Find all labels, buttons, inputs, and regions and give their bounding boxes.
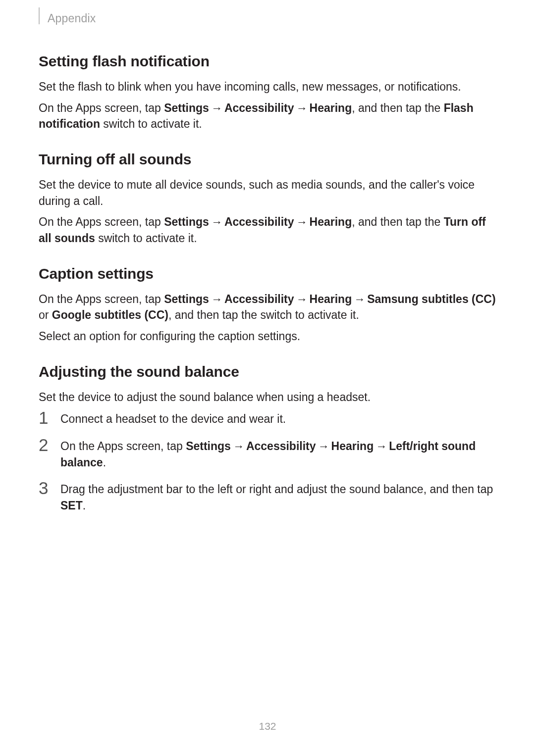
body-text: On the Apps screen, tap Settings→Accessi… bbox=[39, 291, 496, 323]
body-text: Set the flash to blink when you have inc… bbox=[39, 79, 496, 95]
bold-text: Hearing bbox=[331, 440, 374, 453]
step-number: 1 bbox=[39, 409, 60, 426]
arrow-icon: → bbox=[233, 438, 244, 454]
arrow-icon: → bbox=[354, 291, 365, 307]
bold-text: SET bbox=[60, 499, 83, 512]
step-number: 2 bbox=[39, 436, 60, 454]
body-text: Set the device to adjust the sound balan… bbox=[39, 389, 496, 405]
text-run: On the Apps screen, tap bbox=[39, 101, 164, 114]
bold-text: Settings bbox=[164, 215, 209, 228]
breadcrumb: Appendix bbox=[48, 12, 96, 25]
text-run: On the Apps screen, tap bbox=[60, 440, 186, 453]
section-caption-settings: Caption settings On the Apps screen, tap… bbox=[39, 265, 496, 345]
text-run: . bbox=[83, 499, 86, 512]
text-run: , and then tap the bbox=[352, 215, 443, 228]
section-flash-notification: Setting flash notification Set the flash… bbox=[39, 53, 496, 132]
bold-text: Accessibility bbox=[246, 440, 316, 453]
step-text: Drag the adjustment bar to the left or r… bbox=[60, 480, 496, 513]
arrow-icon: → bbox=[318, 438, 329, 454]
bold-text: Hearing bbox=[310, 293, 352, 305]
bold-text: Settings bbox=[186, 440, 231, 453]
text-run: On the Apps screen, tap bbox=[39, 293, 164, 305]
section-turning-off-sounds: Turning off all sounds Set the device to… bbox=[39, 151, 496, 247]
body-text: On the Apps screen, tap Settings→Accessi… bbox=[39, 214, 496, 246]
arrow-icon: → bbox=[375, 438, 387, 454]
body-text: Select an option for configuring the cap… bbox=[39, 328, 496, 345]
arrow-icon: → bbox=[211, 214, 222, 230]
arrow-icon: → bbox=[296, 100, 308, 116]
header-tick-icon bbox=[39, 7, 40, 24]
text-run: Drag the adjustment bar to the left or r… bbox=[60, 483, 493, 496]
numbered-steps: 1 Connect a headset to the device and we… bbox=[39, 410, 496, 513]
bold-text: Google subtitles (CC) bbox=[52, 308, 168, 321]
section-heading: Turning off all sounds bbox=[39, 151, 496, 168]
page-header: Appendix bbox=[39, 16, 496, 25]
bold-text: Accessibility bbox=[224, 293, 294, 305]
text-run: switch to activate it. bbox=[100, 117, 202, 130]
text-run: On the Apps screen, tap bbox=[39, 215, 164, 228]
bold-text: Settings bbox=[164, 293, 209, 305]
text-run: or bbox=[39, 308, 52, 321]
text-run: switch to activate it. bbox=[95, 232, 197, 245]
body-text: On the Apps screen, tap Settings→Accessi… bbox=[39, 100, 496, 132]
bold-text: Samsung subtitles (CC) bbox=[367, 293, 495, 305]
page-content: Appendix Setting flash notification Set … bbox=[0, 0, 535, 514]
text-run: . bbox=[103, 456, 106, 469]
section-sound-balance: Adjusting the sound balance Set the devi… bbox=[39, 363, 496, 514]
arrow-icon: → bbox=[296, 291, 308, 307]
section-heading: Setting flash notification bbox=[39, 53, 496, 70]
arrow-icon: → bbox=[211, 291, 222, 307]
bold-text: Hearing bbox=[310, 215, 352, 228]
body-text: Set the device to mute all device sounds… bbox=[39, 177, 496, 209]
arrow-icon: → bbox=[296, 214, 308, 230]
bold-text: Accessibility bbox=[224, 215, 294, 228]
step-item: 3 Drag the adjustment bar to the left or… bbox=[39, 480, 496, 513]
step-item: 1 Connect a headset to the device and we… bbox=[39, 410, 496, 427]
bold-text: Settings bbox=[164, 101, 209, 114]
text-run: , and then tap the bbox=[352, 101, 443, 114]
bold-text: Hearing bbox=[310, 101, 352, 114]
arrow-icon: → bbox=[211, 100, 222, 116]
bold-text: Accessibility bbox=[224, 101, 294, 114]
section-heading: Adjusting the sound balance bbox=[39, 363, 496, 380]
step-text: On the Apps screen, tap Settings→Accessi… bbox=[60, 437, 496, 470]
step-number: 3 bbox=[39, 479, 60, 497]
text-run: , and then tap the switch to activate it… bbox=[168, 308, 359, 321]
step-text: Connect a headset to the device and wear… bbox=[60, 410, 286, 427]
page-number: 132 bbox=[0, 720, 535, 732]
step-item: 2 On the Apps screen, tap Settings→Acces… bbox=[39, 437, 496, 470]
section-heading: Caption settings bbox=[39, 265, 496, 282]
